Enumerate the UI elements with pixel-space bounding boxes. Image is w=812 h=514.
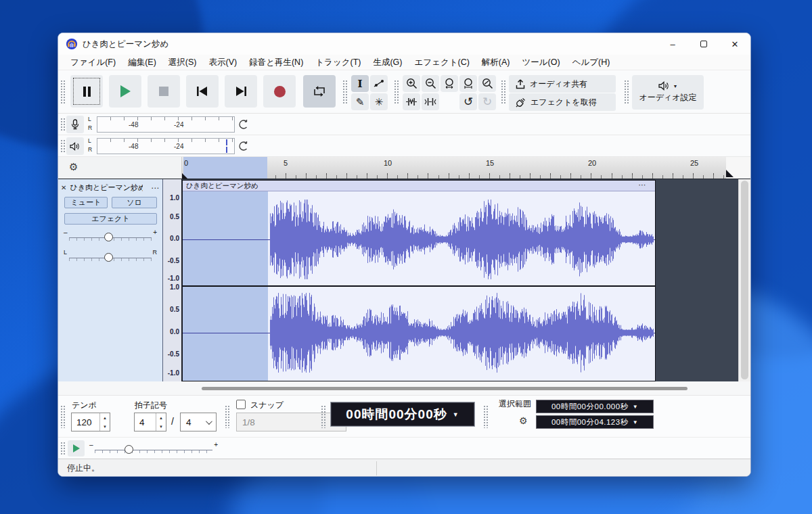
zoom-toggle-button[interactable]: [478, 75, 496, 92]
tempo-spinbox[interactable]: 120 ▲ ▼: [71, 413, 110, 431]
solo-button[interactable]: ソロ: [112, 197, 157, 208]
tempo-spin-buttons[interactable]: ▲ ▼: [99, 413, 110, 431]
gain-slider[interactable]: – +: [64, 229, 157, 243]
stop-button[interactable]: [148, 75, 180, 108]
audio-clip[interactable]: ひき肉とピーマン炒め ⋯: [182, 180, 656, 381]
menu-tools[interactable]: ツール(O): [516, 55, 566, 70]
menu-view[interactable]: 表示(V): [202, 55, 243, 70]
horizontal-scrollbar[interactable]: [58, 381, 750, 395]
audio-position-display[interactable]: 00時間00分00秒 ▼: [330, 402, 475, 427]
edit-toolbar-grip[interactable]: [394, 80, 399, 104]
effects-button[interactable]: エフェクト: [64, 213, 157, 225]
vertical-scrollbar[interactable]: [738, 179, 750, 381]
timeline-ruler[interactable]: 0 5 10 15 20 25: [182, 157, 726, 179]
setup-toolbar-grip[interactable]: [624, 80, 629, 104]
trim-audio-button[interactable]: [403, 93, 420, 110]
transport-toolbar-grip[interactable]: [60, 80, 65, 104]
audio-setup-button[interactable]: ▼ オーディオ設定: [632, 75, 704, 110]
tempo-value[interactable]: 120: [72, 413, 99, 431]
vertical-scale-ruler[interactable]: 1.0 0.5 0.0 -0.5 -1.0 1.0 0.5 0.0 -0.5 -…: [163, 179, 182, 381]
recording-meter-grip[interactable]: [60, 118, 65, 131]
draw-tool-button[interactable]: ✎: [351, 93, 369, 110]
tempo-up-icon[interactable]: ▲: [100, 413, 110, 422]
selection-end-field[interactable]: 00時間00分04.123秒 ▼: [536, 415, 654, 429]
envelope-tool-button[interactable]: [370, 75, 388, 92]
zoom-in-button[interactable]: [403, 75, 420, 92]
multi-tool-button[interactable]: ✳: [370, 93, 388, 110]
selection-toolbar-grip[interactable]: [483, 405, 488, 428]
recording-meter-bar[interactable]: -48 -24: [97, 116, 235, 133]
tempo-down-icon[interactable]: ▼: [100, 422, 110, 431]
timeline-gear-icon[interactable]: ⚙: [69, 161, 78, 173]
fit-selection-button[interactable]: [441, 75, 458, 92]
horizontal-scrollbar-thumb[interactable]: [202, 387, 687, 390]
undo-button[interactable]: ↺: [459, 93, 477, 110]
close-button[interactable]: ✕: [719, 33, 750, 55]
playback-clip-indicator[interactable]: [238, 141, 248, 154]
timesig-down-icon[interactable]: ▼: [156, 422, 166, 431]
recording-meter-button[interactable]: [66, 116, 84, 133]
vertical-scrollbar-thumb[interactable]: [741, 181, 748, 379]
speed-slider[interactable]: – +: [89, 440, 218, 457]
recording-clip-indicator[interactable]: [238, 119, 248, 133]
track-close-icon[interactable]: ✕: [61, 184, 66, 191]
playback-meter-bar[interactable]: -48 -24: [97, 138, 235, 154]
share-toolbar-grip[interactable]: [501, 80, 505, 104]
record-button[interactable]: [263, 75, 296, 108]
timesig-upper-value[interactable]: 4: [135, 413, 156, 431]
menu-edit[interactable]: 編集(E): [122, 55, 162, 70]
skip-to-end-button[interactable]: [225, 75, 257, 108]
pan-slider-knob[interactable]: [104, 253, 113, 262]
speed-slider-knob[interactable]: [125, 445, 133, 454]
menu-select[interactable]: 選択(S): [162, 55, 203, 70]
selection-gear-icon[interactable]: ⚙: [519, 415, 528, 426]
menu-analyze[interactable]: 解析(A): [476, 55, 516, 70]
redo-button[interactable]: ↻: [478, 93, 496, 110]
fit-project-button[interactable]: [459, 75, 477, 92]
menu-transport[interactable]: 録音と再生(N): [243, 55, 309, 70]
maximize-button[interactable]: [688, 33, 719, 55]
selection-start-field[interactable]: 00時間00分00.000秒 ▼: [536, 400, 654, 413]
selection-end-value[interactable]: 00時間00分04.123秒: [551, 417, 629, 427]
playback-meter-grip[interactable]: [60, 139, 65, 153]
loop-button[interactable]: [303, 75, 336, 108]
play-button[interactable]: [109, 75, 141, 108]
selection-tool-button[interactable]: I: [351, 75, 369, 92]
gain-slider-knob[interactable]: [104, 233, 113, 241]
speed-toolbar-grip[interactable]: [60, 442, 65, 455]
clip-header[interactable]: ひき肉とピーマン炒め ⋯: [183, 181, 655, 191]
zoom-out-button[interactable]: [422, 75, 439, 92]
timesig-lower-select[interactable]: 4: [180, 413, 217, 431]
menu-help[interactable]: ヘルプ(H): [566, 55, 616, 70]
playback-meter-button[interactable]: [66, 137, 84, 155]
mute-button[interactable]: ミュート: [64, 197, 108, 208]
menu-file[interactable]: ファイル(F): [64, 55, 122, 70]
clip-body[interactable]: [183, 191, 655, 381]
timesig-upper-spinbox[interactable]: 4 ▲ ▼: [134, 413, 166, 431]
audio-position-value[interactable]: 00時間00分00秒: [346, 406, 447, 423]
time-format-caret-icon[interactable]: ▼: [453, 411, 459, 418]
selection-end-caret-icon[interactable]: ▼: [633, 419, 638, 425]
menu-effect[interactable]: エフェクト(C): [409, 55, 476, 70]
selection-start-caret-icon[interactable]: ▼: [633, 404, 638, 410]
pan-slider[interactable]: L R: [64, 249, 157, 264]
timesig-spin-buttons[interactable]: ▲ ▼: [156, 413, 166, 431]
selection-start-value[interactable]: 00時間00分00.000秒: [551, 402, 629, 412]
snap-checkbox[interactable]: [236, 400, 246, 409]
skip-to-start-button[interactable]: [186, 75, 219, 108]
minimize-button[interactable]: –: [657, 33, 688, 55]
menu-tracks[interactable]: トラック(T): [309, 55, 367, 70]
pause-button[interactable]: [70, 75, 103, 108]
time-toolbar-grip[interactable]: [321, 405, 325, 428]
track-menu-icon[interactable]: ⋯: [151, 183, 160, 193]
snap-toolbar-grip[interactable]: [225, 405, 229, 428]
play-at-speed-button[interactable]: [68, 440, 85, 457]
share-audio-button[interactable]: オーディオ共有: [509, 75, 616, 93]
track-name[interactable]: ひき肉とピーマン炒め: [70, 183, 143, 193]
get-effects-button[interactable]: エフェクトを取得: [509, 93, 616, 111]
clip-menu-icon[interactable]: ⋯: [639, 181, 648, 189]
menu-generate[interactable]: 生成(G): [367, 55, 408, 70]
timesig-toolbar-grip[interactable]: [60, 405, 65, 428]
timesig-up-icon[interactable]: ▲: [156, 413, 166, 422]
silence-audio-button[interactable]: [422, 93, 439, 110]
